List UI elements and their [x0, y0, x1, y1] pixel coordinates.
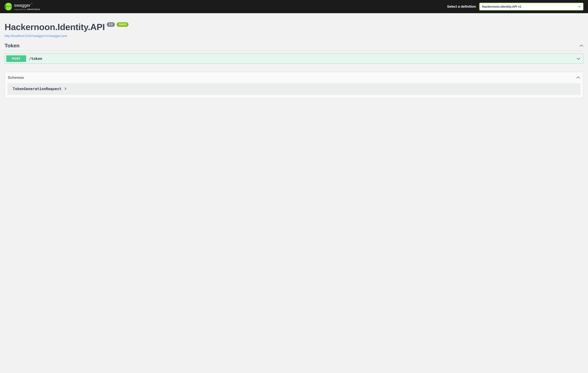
brand-text: swagger — [14, 3, 31, 8]
brand-tm: ™ — [31, 3, 32, 5]
api-info: Hackernoon.Identity.API 1.0 OAS3 http://… — [0, 13, 588, 40]
operation-post-token[interactable]: POST /token — [5, 54, 583, 64]
schemas-header[interactable]: Schemas — [5, 72, 583, 83]
tag-header-token[interactable]: Token — [5, 40, 583, 51]
schema-item-tokengenerationrequest[interactable]: TokenGenerationRequest — [8, 83, 580, 95]
select-definition-label: Select a definition — [447, 5, 476, 9]
chevron-up-icon — [579, 44, 583, 48]
chevron-right-icon — [64, 87, 66, 91]
spec-url-link[interactable]: http://localhost:5191/swagger/v1/swagger… — [5, 34, 67, 38]
operation-path: /token — [29, 56, 42, 61]
chevron-up-icon — [576, 76, 580, 80]
definition-select-wrap: Hackernoon.Identity.API v1 — [479, 3, 583, 11]
schemas-title: Schemas — [8, 76, 24, 80]
schemas-section: Schemas TokenGenerationRequest — [5, 72, 583, 98]
definition-select[interactable]: Hackernoon.Identity.API v1 — [479, 3, 583, 11]
oas-badge: OAS3 — [117, 22, 129, 27]
topbar: {···} swagger™ supported by SMARTBEAR Se… — [0, 0, 588, 13]
swagger-logo[interactable]: {···} swagger™ supported by SMARTBEAR — [5, 3, 40, 11]
swagger-logo-icon: {···} — [5, 3, 12, 11]
api-title: Hackernoon.Identity.API — [5, 22, 105, 32]
operation-method-badge: POST — [6, 55, 26, 62]
supported-brand: SMARTBEAR — [27, 8, 40, 10]
version-badge: 1.0 — [107, 22, 115, 27]
schema-name: TokenGenerationRequest — [13, 87, 61, 91]
supported-prefix: supported by — [14, 8, 27, 10]
tag-name: Token — [5, 43, 20, 49]
chevron-down-icon — [577, 57, 580, 61]
